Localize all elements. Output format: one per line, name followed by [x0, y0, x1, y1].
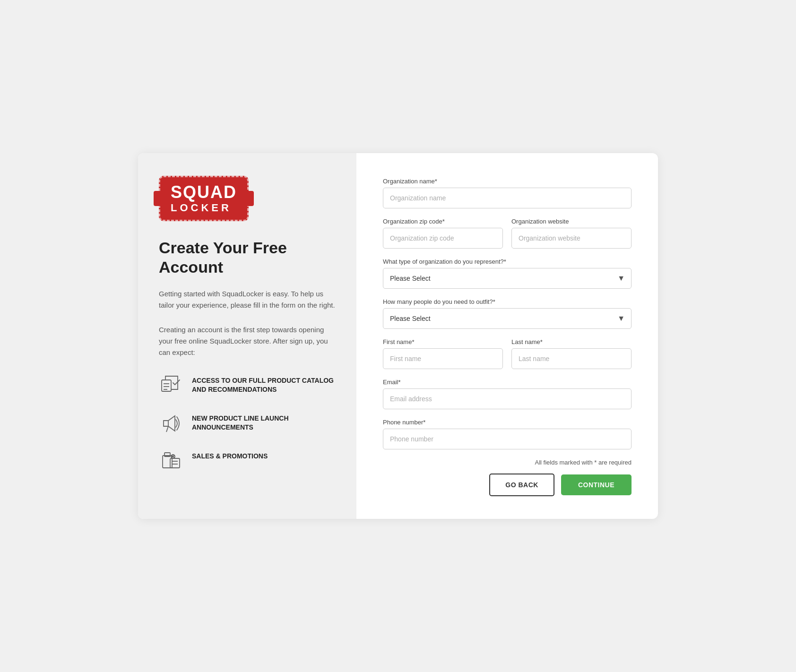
org-type-group: What type of organization do you represe… — [383, 258, 632, 289]
right-panel: Organization name* Organization zip code… — [356, 153, 658, 519]
feature-list: ACCESS TO OUR FULL PRODUCT CATALOG AND R… — [159, 373, 336, 474]
name-group: First name* Last name* — [383, 338, 632, 369]
continue-button[interactable]: CONTINUE — [561, 474, 632, 495]
go-back-button[interactable]: GO BACK — [489, 474, 554, 496]
logo-container: SQUAD LocKER — [159, 176, 336, 221]
second-text: Creating an account is the first step to… — [159, 324, 336, 358]
last-name-input[interactable] — [511, 348, 632, 369]
last-name-group: Last name* — [511, 338, 632, 369]
org-name-label: Organization name* — [383, 178, 632, 185]
logo-locker-text: LocKER — [171, 203, 237, 213]
logo-badge: SQUAD LocKER — [159, 176, 249, 221]
required-note: All fields marked with * are required — [383, 459, 632, 466]
org-zip-input[interactable] — [383, 228, 503, 249]
phone-label: Phone number* — [383, 419, 632, 426]
button-row: GO BACK CONTINUE — [383, 474, 632, 496]
svg-rect-4 — [163, 456, 172, 468]
registration-card: SQUAD LocKER Create Your Free Account Ge… — [138, 153, 658, 519]
headline: Create Your Free Account — [159, 238, 336, 277]
list-item: NEW PRODUCT LINE LAUNCH ANNOUNCEMENTS — [159, 411, 336, 436]
phone-group: Phone number* — [383, 419, 632, 449]
first-name-input[interactable] — [383, 348, 503, 369]
email-group: Email* — [383, 379, 632, 409]
promotions-icon — [159, 449, 183, 474]
org-website-group: Organization website — [511, 218, 632, 249]
intro-text: Getting started with SquadLocker is easy… — [159, 288, 336, 311]
list-item: ACCESS TO OUR FULL PRODUCT CATALOG AND R… — [159, 373, 336, 398]
first-name-label: First name* — [383, 338, 503, 345]
promotions-label: SALES & PROMOTIONS — [192, 449, 268, 461]
org-website-input[interactable] — [511, 228, 632, 249]
org-type-select-wrapper: Please Select School Sports Team Busines… — [383, 268, 632, 289]
outfit-label: How many people do you need to outfit?* — [383, 298, 632, 305]
org-name-group: Organization name* — [383, 178, 632, 208]
org-type-label: What type of organization do you represe… — [383, 258, 632, 265]
org-name-input[interactable] — [383, 188, 632, 208]
announcement-icon — [159, 411, 183, 436]
left-panel: SQUAD LocKER Create Your Free Account Ge… — [138, 153, 356, 519]
registration-form: Organization name* Organization zip code… — [383, 178, 632, 496]
phone-input[interactable] — [383, 429, 632, 449]
catalog-icon — [159, 373, 183, 398]
org-website-label: Organization website — [511, 218, 632, 225]
org-zip-label: Organization zip code* — [383, 218, 503, 225]
org-zip-group: Organization zip code* — [383, 218, 503, 249]
last-name-label: Last name* — [511, 338, 632, 345]
email-input[interactable] — [383, 388, 632, 409]
outfit-select[interactable]: Please Select 1-10 11-50 51-100 101-500 … — [383, 308, 632, 329]
outfit-select-wrapper: Please Select 1-10 11-50 51-100 101-500 … — [383, 308, 632, 329]
logo-squad-text: SQUAD — [171, 184, 237, 201]
first-name-group: First name* — [383, 338, 503, 369]
announcement-label: NEW PRODUCT LINE LAUNCH ANNOUNCEMENTS — [192, 411, 336, 432]
list-item: SALES & PROMOTIONS — [159, 449, 336, 474]
email-label: Email* — [383, 379, 632, 386]
org-type-select[interactable]: Please Select School Sports Team Busines… — [383, 268, 632, 289]
zip-website-group: Organization zip code* Organization webs… — [383, 218, 632, 249]
catalog-label: ACCESS TO OUR FULL PRODUCT CATALOG AND R… — [192, 373, 336, 395]
outfit-group: How many people do you need to outfit?* … — [383, 298, 632, 329]
svg-rect-6 — [170, 458, 180, 468]
